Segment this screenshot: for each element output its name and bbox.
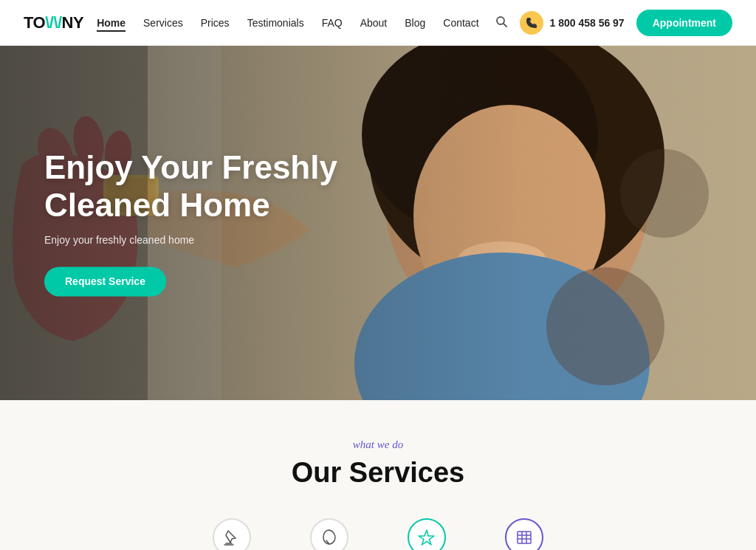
brand-logo[interactable]: TO\/\/NY: [24, 13, 83, 32]
request-service-button[interactable]: Request Service: [44, 267, 166, 297]
services-section: what we do Our Services: [0, 400, 756, 550]
service-item-3: [408, 518, 446, 550]
nav-item-testimonials[interactable]: Testimonials: [247, 16, 304, 30]
services-title: Our Services: [24, 457, 732, 489]
nav-item-home[interactable]: Home: [97, 16, 126, 30]
phone-icon: [520, 11, 543, 35]
service-item-1: [213, 518, 251, 550]
nav-link-services[interactable]: Services: [143, 17, 183, 29]
svg-rect-21: [518, 532, 531, 543]
logo-slash: \/\/: [45, 13, 61, 32]
service-icon-eco[interactable]: [310, 518, 348, 550]
nav-link-faq[interactable]: FAQ: [322, 17, 343, 29]
nav-item-faq[interactable]: FAQ: [322, 16, 343, 30]
hero-content: Enjoy Your Freshly Cleaned Home Enjoy yo…: [44, 149, 340, 296]
nav-item-contact[interactable]: Contact: [443, 16, 478, 30]
nav-item-blog[interactable]: Blog: [405, 16, 425, 30]
hero-section: Enjoy Your Freshly Cleaned Home Enjoy yo…: [0, 46, 756, 400]
nav-link-home[interactable]: Home: [97, 17, 126, 32]
service-item-2: [310, 518, 348, 550]
hero-title: Enjoy Your Freshly Cleaned Home: [44, 149, 340, 224]
nav-link-about[interactable]: About: [360, 17, 388, 29]
service-icon-sparkle[interactable]: [408, 518, 446, 550]
appointment-button[interactable]: Appointment: [636, 10, 732, 36]
hero-subtitle: Enjoy your freshly cleaned home: [44, 235, 340, 247]
service-icon-building[interactable]: [505, 518, 543, 550]
services-icons-row: [24, 518, 732, 550]
nav-link-contact[interactable]: Contact: [443, 17, 478, 29]
service-icon-sweep[interactable]: [213, 518, 251, 550]
nav-link-blog[interactable]: Blog: [405, 17, 425, 29]
nav-item-about[interactable]: About: [360, 16, 388, 30]
phone-number: 1 800 458 56 97: [549, 17, 624, 29]
nav-menu: Home Services Prices Testimonials FAQ Ab…: [97, 16, 478, 30]
nav-link-prices[interactable]: Prices: [201, 17, 230, 29]
logo-text-1: TO: [24, 13, 45, 32]
service-item-4: [505, 518, 543, 550]
phone-display: 1 800 458 56 97: [520, 11, 624, 35]
nav-link-testimonials[interactable]: Testimonials: [247, 17, 304, 29]
search-icon[interactable]: [495, 16, 507, 30]
logo-text-2: NY: [62, 13, 84, 32]
svg-line-1: [504, 24, 506, 27]
services-tagline: what we do: [24, 439, 732, 451]
nav-item-services[interactable]: Services: [143, 16, 183, 30]
navbar: TO\/\/NY Home Services Prices Testimonia…: [0, 0, 756, 46]
nav-item-prices[interactable]: Prices: [201, 16, 230, 30]
navbar-right: 1 800 458 56 97 Appointment: [520, 10, 732, 36]
